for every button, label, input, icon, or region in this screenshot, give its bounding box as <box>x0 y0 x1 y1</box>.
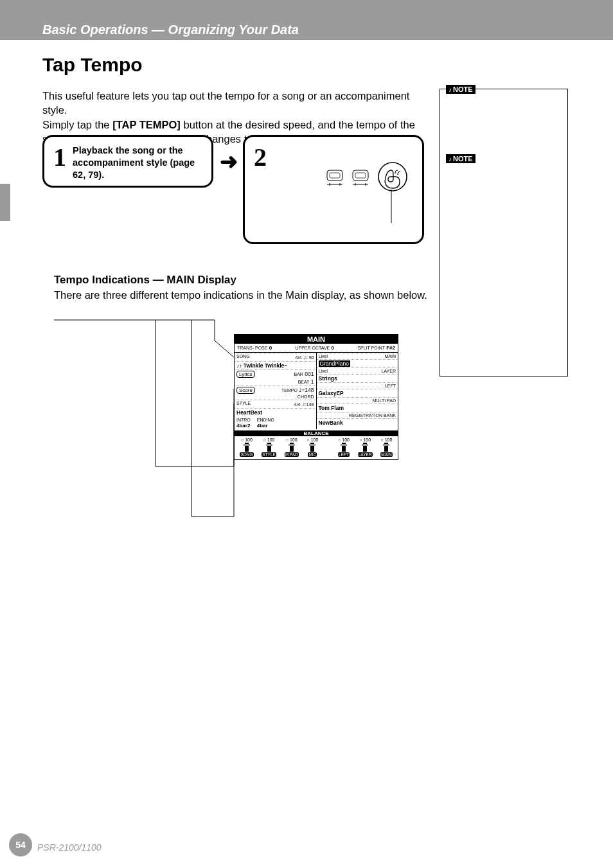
style-name: HeartBeat <box>236 409 262 416</box>
intro-label: INTRO <box>236 418 251 422</box>
lyrics-button[interactable]: Lyrics <box>236 371 255 378</box>
ending-label: ENDING <box>257 418 274 422</box>
model-name: PSR-2100/1100 <box>37 842 102 853</box>
scr-left-col: SONG4/4 ♩= 90 ♪♪ Twinkle Twinkle~ Lyrics… <box>235 353 317 429</box>
mixer-fader[interactable] <box>310 443 314 452</box>
step-2-number: 2 <box>254 142 267 172</box>
song-tempo: ♩= 90 <box>303 355 314 360</box>
note-text: NOTE <box>453 85 473 93</box>
song-label: SONG <box>236 354 250 360</box>
svg-rect-6 <box>355 173 366 178</box>
mixer-channel: ○ 100M.PAD <box>285 438 299 457</box>
multipad-name: Tom Flam <box>319 405 344 411</box>
intro-line1: This useful feature lets you tap out the… <box>42 90 409 116</box>
mixer-value: ○ 100 <box>381 438 393 442</box>
transpose-label: TRANS- POSE <box>237 346 267 350</box>
mixer-label: MAIN <box>380 452 392 457</box>
multipad-label: MULTI PAD <box>373 398 396 403</box>
mixer-value: ○ 100 <box>263 438 275 442</box>
mixer-fader[interactable] <box>245 443 249 452</box>
scr-title: MAIN <box>235 335 398 344</box>
mixer-label: LEFT <box>338 452 350 457</box>
step-1-text: Playback the song or the accompaniment s… <box>73 145 201 181</box>
step-1-number: 1 <box>53 142 66 172</box>
mixer-value: ○ 100 <box>359 438 371 442</box>
mixer-label: M.PAD <box>285 452 299 457</box>
voice-left-label: LEFT <box>385 384 396 388</box>
split-label: SPLIT POINT <box>357 346 385 350</box>
intro-value: 4bar2 <box>236 423 250 429</box>
tap-tempo-button-name: [TAP TEMPO] <box>112 119 181 130</box>
live-label: Live! <box>319 354 328 359</box>
arrow-icon: ➜ <box>220 148 238 174</box>
live-label-2: Live! <box>319 369 328 373</box>
song-name: ♪♪ Twinkle Twinkle~ <box>236 362 287 369</box>
page-number: 54 <box>9 833 32 856</box>
svg-rect-5 <box>353 170 368 181</box>
mixer-fader[interactable] <box>267 443 271 452</box>
upper-octave-label: UPPER OCTAVE <box>295 346 330 350</box>
song-time: 4/4 <box>296 355 302 360</box>
mixer-fader[interactable] <box>342 443 346 452</box>
svg-rect-0 <box>327 170 342 181</box>
scr-right-col: Live!MAIN GrandPiano Live!LAYER Strings … <box>317 353 398 429</box>
top-bar <box>0 0 613 19</box>
note-icon: ♪ <box>449 155 452 163</box>
mixer-fader[interactable] <box>384 443 388 452</box>
score-button[interactable]: Score <box>236 387 255 394</box>
upper-octave-value: 0 <box>332 345 334 351</box>
svg-rect-1 <box>330 173 340 178</box>
tempo-label: TEMPO <box>281 388 298 393</box>
regbank-label: REGISTRATION BANK <box>349 413 396 418</box>
chord-label: CHORD <box>298 394 314 399</box>
main-voice: GrandPiano <box>319 360 350 367</box>
style-time: 4/4 <box>294 402 301 407</box>
voice-main-label: MAIN <box>385 354 396 359</box>
section-title: Tap Tempo <box>42 54 143 76</box>
side-tab <box>0 184 10 221</box>
scr-topbar: TRANS- POSE 0 UPPER OCTAVE 0 SPLIT POINT… <box>235 344 398 353</box>
style-label: STYLE <box>236 401 251 407</box>
tap-tempo-illustration <box>322 159 412 229</box>
split-value: F#2 <box>386 345 395 351</box>
layer-voice: Strings <box>319 375 337 382</box>
mixer-channel: ○ 100LAYER <box>358 438 373 457</box>
bar-value: 001 <box>305 371 314 377</box>
main-display-screenshot: MAIN TRANS- POSE 0 UPPER OCTAVE 0 SPLIT … <box>234 334 398 460</box>
tempo-value: ♩=148 <box>299 387 314 393</box>
subsection-body: There are three different tempo indicati… <box>54 289 427 301</box>
mixer-fader[interactable] <box>363 443 367 452</box>
mixer-value: ○ 100 <box>338 438 350 442</box>
mixer-label: SONG <box>240 452 253 457</box>
step-1-box: 1 Playback the song or the accompaniment… <box>42 135 213 188</box>
mixer-label: MIC <box>308 452 317 457</box>
mixer-channel: ○ 100STYLE <box>262 438 276 457</box>
mixer-label: LAYER <box>358 452 373 457</box>
subsection-heading: Tempo Indications — MAIN Display <box>54 274 236 287</box>
page: Basic Operations — Organizing Your Data … <box>0 0 613 868</box>
ending-value: 4bar <box>257 423 268 429</box>
note-sidebar <box>440 89 568 376</box>
mixer-value: ○ 100 <box>241 438 253 442</box>
mixer-channel: ○ 100SONG <box>240 438 253 457</box>
note-label-2: ♪NOTE <box>446 154 475 163</box>
note-icon: ♪ <box>449 86 452 93</box>
transpose-value: 0 <box>269 345 272 351</box>
bar-label: BAR <box>294 372 303 376</box>
note-text: NOTE <box>453 155 473 163</box>
regbank-name: NewBank <box>319 420 343 426</box>
mixer-value: ○ 100 <box>286 438 298 442</box>
mixer-channel: ○ 100LEFT <box>338 438 350 457</box>
voice-layer-label: LAYER <box>382 369 396 373</box>
mixer-label: STYLE <box>262 452 276 457</box>
mixer-channel: ○ 100MIC <box>306 438 318 457</box>
left-voice: GalaxyEP <box>319 390 344 396</box>
mixer-fader[interactable] <box>290 443 294 452</box>
mixer-row: ○ 100SONG○ 100STYLE○ 100M.PAD○ 100MIC○ 1… <box>235 436 398 457</box>
scr-body: SONG4/4 ♩= 90 ♪♪ Twinkle Twinkle~ Lyrics… <box>235 353 398 429</box>
beat-value: 1 <box>311 378 314 385</box>
note-label-1: ♪NOTE <box>446 85 475 94</box>
intro-line2a: Simply tap the <box>42 119 112 130</box>
beat-label: BEAT <box>298 380 310 384</box>
step-2-box: 2 <box>243 135 424 244</box>
